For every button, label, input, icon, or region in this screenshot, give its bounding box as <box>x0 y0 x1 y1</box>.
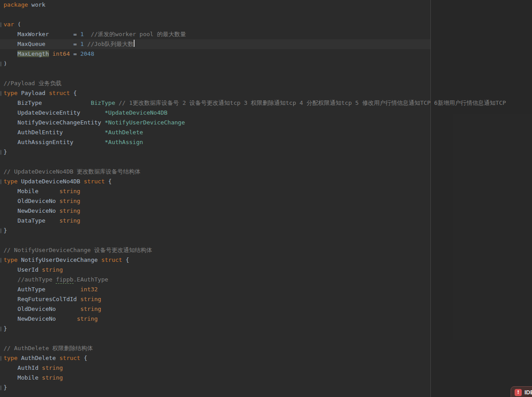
code-editor[interactable]: package workvar ( MaxWorker = 1 //派发的wor… <box>0 0 532 397</box>
code-line[interactable]: //Payload 业务负载 <box>0 79 532 88</box>
notification-balloon[interactable]: ! IDE <box>511 386 532 397</box>
code-line[interactable]: AuthId string <box>0 363 532 373</box>
code-token-tx: NotifyDeviceChangeEntity <box>4 119 105 126</box>
code-token-kw: struct <box>49 90 70 96</box>
code-token-hl: MaxLength <box>17 50 49 57</box>
code-line[interactable] <box>0 236 532 245</box>
code-line[interactable]: ) <box>0 59 532 69</box>
code-token-tx <box>84 31 91 37</box>
code-line[interactable]: UserId string <box>0 265 532 275</box>
fold-marker-icon[interactable] <box>0 91 1 96</box>
code-token-tx <box>49 50 53 57</box>
code-token-tx: { <box>70 90 77 96</box>
code-token-tx: NewDeviceNo <box>4 315 77 322</box>
code-line[interactable]: } <box>0 383 532 393</box>
code-token-tx: = <box>70 50 80 57</box>
code-token-tx: BizType <box>4 99 91 106</box>
code-token-tx: Payload <box>17 90 49 96</box>
code-token-tx: } <box>4 227 7 234</box>
code-token-tx <box>84 41 87 47</box>
code-line[interactable] <box>0 69 532 79</box>
code-line[interactable] <box>0 334 532 343</box>
code-token-tx: UpdateDeviceEntity <box>4 109 105 116</box>
code-token-tx: NotifyUserDeviceChange <box>17 256 101 263</box>
code-token-tx: } <box>4 149 7 155</box>
code-line[interactable]: OldDeviceNo string <box>0 304 532 314</box>
code-line[interactable]: // AuthDelete 权限删除结构体 <box>0 343 532 353</box>
code-line[interactable]: UpdateDeviceEntity *UpdateDeviceNo4DB <box>0 108 532 118</box>
code-token-kw: struct <box>84 178 105 185</box>
code-token-tx <box>4 50 17 57</box>
code-line[interactable]: OldDeviceNo string <box>0 196 532 206</box>
code-token-bt: string <box>59 207 80 214</box>
code-token-ty: *UpdateDeviceNo4DB <box>105 109 168 116</box>
notification-label: IDE <box>524 389 532 396</box>
code-line-caret[interactable]: MaxQueue = 1 //Job队列最大数 <box>0 39 532 49</box>
fold-marker-icon[interactable] <box>0 150 1 155</box>
code-line[interactable]: DataType string <box>0 216 532 226</box>
code-token-tx: { <box>122 256 129 263</box>
code-token-kw: type <box>4 355 17 361</box>
code-token-cm: // NotifyUserDeviceChange 设备号更改通知结构体 <box>4 247 152 253</box>
fold-marker-icon[interactable] <box>0 22 1 27</box>
code-token-kw: var <box>4 21 14 28</box>
fold-marker-icon[interactable] <box>0 179 1 184</box>
code-token-ty: BizType <box>91 99 115 106</box>
code-token-bt: string <box>59 198 80 204</box>
code-token-bt: int64 <box>53 50 70 57</box>
code-token-kw: type <box>4 256 17 263</box>
code-token-tx: UserId <box>4 266 42 273</box>
code-lines[interactable]: package workvar ( MaxWorker = 1 //派发的wor… <box>0 0 532 397</box>
code-token-tx: ) <box>4 60 7 67</box>
code-line[interactable]: var ( <box>0 20 532 29</box>
code-token-tx: } <box>4 325 7 332</box>
code-line[interactable]: package work <box>0 0 532 10</box>
code-token-kw: type <box>4 178 17 185</box>
code-line[interactable]: AuthAssignEntity *AuthAssign <box>0 137 532 147</box>
code-line[interactable]: Mobile string <box>0 186 532 196</box>
code-token-tx: OldDeviceNo <box>4 306 80 312</box>
code-line[interactable]: AuthType int32 <box>0 285 532 294</box>
fold-marker-icon[interactable] <box>0 356 1 361</box>
code-token-tx: AuthType <box>4 286 80 293</box>
code-line[interactable]: AuthDelEntity *AuthDelete <box>0 128 532 137</box>
code-line[interactable]: NotifyDeviceChangeEntity *NotifyUserDevi… <box>0 118 532 128</box>
code-line[interactable]: Mobile string <box>0 373 532 383</box>
code-token-tx: ReqFuturesColTdId <box>4 296 80 302</box>
code-line[interactable]: } <box>0 147 532 157</box>
code-token-cm: //authType <box>4 276 56 283</box>
code-line[interactable]: } <box>0 226 532 236</box>
code-token-cm: // AuthDelete 权限删除结构体 <box>4 345 93 352</box>
code-token-bt: string <box>80 296 101 302</box>
code-token-tx: OldDeviceNo <box>4 198 59 204</box>
code-line[interactable]: ReqFuturesColTdId string <box>0 294 532 304</box>
code-line[interactable]: NewDeviceNo string <box>0 206 532 216</box>
code-line[interactable] <box>0 10 532 20</box>
code-token-tx: UpdateDeviceNo4DB <box>17 178 84 185</box>
code-line[interactable]: //authType fippb.EAuthType <box>0 275 532 285</box>
code-line[interactable]: type Payload struct { <box>0 88 532 98</box>
code-line[interactable]: type AuthDelete struct { <box>0 353 532 363</box>
fold-marker-icon[interactable] <box>0 327 1 331</box>
code-token-cm: //派发的worker pool 的最大数量 <box>91 31 186 37</box>
fold-marker-icon[interactable] <box>0 385 1 390</box>
code-line[interactable]: type UpdateDeviceNo4DB struct { <box>0 177 532 186</box>
code-line[interactable] <box>0 157 532 167</box>
code-line[interactable]: NewDeviceNo string <box>0 314 532 324</box>
code-token-cm: // 1更改数据库设备号 2 设备号更改通知tcp 3 权限删除通知tcp 4 … <box>119 99 506 106</box>
code-line[interactable]: } <box>0 324 532 334</box>
fold-marker-icon[interactable] <box>0 228 1 233</box>
code-line[interactable]: // UpdateDeviceNo4DB 更改数据库设备号结构体 <box>0 167 532 177</box>
code-token-tx: Mobile <box>4 374 42 381</box>
code-token-kw: package <box>4 1 28 8</box>
code-line[interactable]: type NotifyUserDeviceChange struct { <box>0 255 532 265</box>
code-token-cm: .EAuthType <box>74 276 108 283</box>
code-line[interactable]: MaxLength int64 = 2048 <box>0 49 532 59</box>
code-line[interactable]: // NotifyUserDeviceChange 设备号更改通知结构体 <box>0 245 532 255</box>
fold-marker-icon[interactable] <box>0 62 1 66</box>
code-line[interactable]: MaxWorker = 1 //派发的worker pool 的最大数量 <box>0 29 532 39</box>
code-token-tx: AuthDelEntity <box>4 129 105 136</box>
fold-marker-icon[interactable] <box>0 258 1 263</box>
code-token-tx: Mobile <box>4 188 59 194</box>
code-line[interactable]: BizType BizType // 1更改数据库设备号 2 设备号更改通知tc… <box>0 98 532 108</box>
